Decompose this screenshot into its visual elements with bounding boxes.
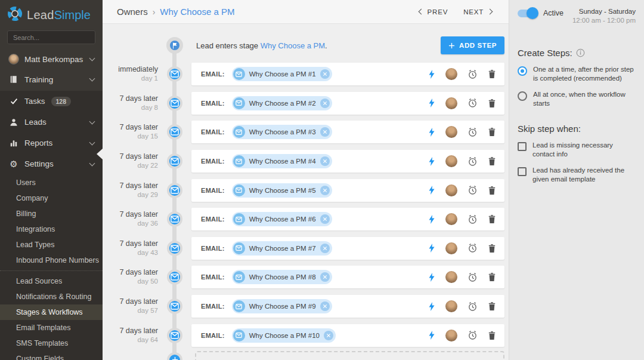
email-template-pill[interactable]: Why Choose a PM #7 xyxy=(232,241,332,256)
assignee-avatar[interactable] xyxy=(445,330,457,341)
stage-link[interactable]: Why Choose a PM xyxy=(261,41,325,50)
sidebar-item-lead-types[interactable]: Lead Types xyxy=(0,237,103,253)
remove-template-icon[interactable] xyxy=(320,272,330,282)
sidebar-item-tasks[interactable]: Tasks 128 xyxy=(0,91,103,112)
sidebar-item-integrations[interactable]: Integrations xyxy=(0,221,103,237)
sidebar-item-email-templates[interactable]: Email Templates xyxy=(0,320,103,336)
add-step-button[interactable]: ADD STEP xyxy=(441,36,504,54)
email-template-pill[interactable]: Why Choose a PM #2 xyxy=(232,96,332,110)
email-template-pill[interactable]: Why Choose a PM #5 xyxy=(232,183,332,198)
assignee-avatar[interactable] xyxy=(445,242,457,254)
automation-bolt-icon[interactable] xyxy=(428,156,435,167)
schedule-clock-icon[interactable] xyxy=(467,127,478,137)
radio-unselected-icon[interactable] xyxy=(518,91,527,101)
sidebar-item-inbound-phone-numbers[interactable]: Inbound Phone Numbers xyxy=(0,253,103,268)
automation-bolt-icon[interactable] xyxy=(428,214,435,224)
delete-step-icon[interactable] xyxy=(488,99,496,108)
delete-step-icon[interactable] xyxy=(488,69,496,79)
sidebar-item-stages-workflows[interactable]: Stages & Workflows xyxy=(0,304,103,320)
envelope-icon xyxy=(171,128,179,136)
sidebar-item-training[interactable]: Training xyxy=(0,69,103,90)
remove-template-icon[interactable] xyxy=(320,156,330,166)
assignee-avatar[interactable] xyxy=(445,271,457,283)
sidebar-item-sms-templates[interactable]: SMS Templates xyxy=(0,336,103,351)
create-steps-option-all-at-once[interactable]: All at once, when the workflow starts xyxy=(518,90,636,108)
email-template-pill[interactable]: Why Choose a PM #10 xyxy=(232,328,336,343)
sidebar-item-settings[interactable]: ⚙ Settings xyxy=(0,153,103,174)
checkbox-icon[interactable] xyxy=(518,142,527,151)
automation-bolt-icon[interactable] xyxy=(428,243,435,253)
delete-step-icon[interactable] xyxy=(488,186,496,195)
schedule-clock-icon[interactable] xyxy=(467,185,478,195)
schedule-summary[interactable]: Sunday - Saturday 12:00 am - 12:00 pm xyxy=(572,7,636,25)
email-template-pill[interactable]: Why Choose a PM #8 xyxy=(232,270,332,284)
sidebar-item-notifications-routing[interactable]: Notifications & Routing xyxy=(0,289,103,304)
delete-step-icon[interactable] xyxy=(488,331,496,340)
delete-step-icon[interactable] xyxy=(488,156,496,166)
info-icon[interactable] xyxy=(576,48,585,57)
search-input[interactable] xyxy=(7,30,95,44)
add-step-placeholder[interactable]: Add a Step xyxy=(195,351,504,360)
automation-bolt-icon[interactable] xyxy=(428,69,435,79)
breadcrumb-parent[interactable]: Owners xyxy=(117,7,148,17)
radio-selected-icon[interactable] xyxy=(518,66,527,76)
automation-bolt-icon[interactable] xyxy=(428,301,435,312)
remove-template-icon[interactable] xyxy=(320,69,330,79)
active-toggle[interactable] xyxy=(518,10,537,17)
remove-template-icon[interactable] xyxy=(324,331,333,340)
sidebar-item-users[interactable]: Users xyxy=(0,175,103,190)
sidebar-item-reports[interactable]: Reports xyxy=(0,133,103,153)
sidebar-item-user[interactable]: Matt Berkompas xyxy=(0,49,103,69)
delete-step-icon[interactable] xyxy=(488,244,496,253)
assignee-avatar[interactable] xyxy=(445,97,457,109)
prev-button[interactable]: PREV xyxy=(419,8,448,16)
leadsimple-logo[interactable]: LeadSimple xyxy=(0,0,103,26)
add-step-node[interactable] xyxy=(167,352,182,360)
create-steps-option-sequential[interactable]: One at a time, after the prior step is c… xyxy=(518,65,636,83)
delete-step-icon[interactable] xyxy=(488,127,496,137)
sidebar-item-lead-sources[interactable]: Lead Sources xyxy=(0,273,103,289)
sidebar-item-custom-fields[interactable]: Custom Fields xyxy=(0,351,103,360)
schedule-clock-icon[interactable] xyxy=(467,301,478,312)
remove-template-icon[interactable] xyxy=(320,301,330,311)
skip-option-already-received[interactable]: Lead has already received the given emai… xyxy=(518,166,636,184)
email-template-pill[interactable]: Why Choose a PM #9 xyxy=(232,299,332,313)
assignee-avatar[interactable] xyxy=(445,155,457,167)
remove-template-icon[interactable] xyxy=(320,127,330,137)
email-template-pill[interactable]: Why Choose a PM #1 xyxy=(232,67,332,81)
automation-bolt-icon[interactable] xyxy=(428,185,435,195)
remove-template-icon[interactable] xyxy=(320,214,330,224)
assignee-avatar[interactable] xyxy=(445,184,457,196)
email-template-pill[interactable]: Why Choose a PM #6 xyxy=(232,212,332,226)
skip-option-missing-contact[interactable]: Lead is missing necessary contact info xyxy=(518,141,636,159)
delete-step-icon[interactable] xyxy=(488,301,496,311)
schedule-clock-icon[interactable] xyxy=(467,330,478,340)
assignee-avatar[interactable] xyxy=(445,126,457,138)
schedule-clock-icon[interactable] xyxy=(467,69,478,79)
assignee-avatar[interactable] xyxy=(445,68,457,80)
remove-template-icon[interactable] xyxy=(320,186,330,195)
checkbox-icon[interactable] xyxy=(518,167,527,176)
automation-bolt-icon[interactable] xyxy=(428,98,435,108)
remove-template-icon[interactable] xyxy=(320,99,330,108)
email-template-pill[interactable]: Why Choose a PM #3 xyxy=(232,125,332,139)
automation-bolt-icon[interactable] xyxy=(428,272,435,282)
schedule-clock-icon[interactable] xyxy=(467,98,478,108)
schedule-clock-icon[interactable] xyxy=(467,272,478,282)
automation-bolt-icon[interactable] xyxy=(428,127,435,137)
sidebar-item-billing[interactable]: Billing xyxy=(0,206,103,221)
schedule-clock-icon[interactable] xyxy=(467,156,478,167)
delete-step-icon[interactable] xyxy=(488,272,496,282)
sidebar-item-company[interactable]: Company xyxy=(0,190,103,206)
email-step-node xyxy=(167,269,182,285)
sidebar-item-leads[interactable]: Leads xyxy=(0,112,103,133)
delete-step-icon[interactable] xyxy=(488,214,496,224)
automation-bolt-icon[interactable] xyxy=(428,330,435,340)
schedule-clock-icon[interactable] xyxy=(467,243,478,253)
remove-template-icon[interactable] xyxy=(320,244,330,253)
email-template-pill[interactable]: Why Choose a PM #4 xyxy=(232,154,332,168)
next-button[interactable]: NEXT xyxy=(463,8,492,16)
schedule-clock-icon[interactable] xyxy=(467,214,478,224)
assignee-avatar[interactable] xyxy=(445,213,457,225)
assignee-avatar[interactable] xyxy=(445,300,457,312)
